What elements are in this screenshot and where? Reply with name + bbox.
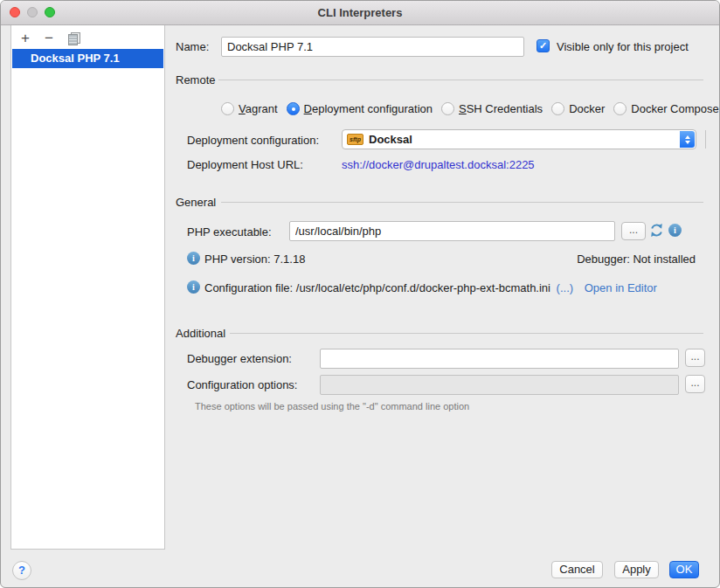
radio-icon	[221, 102, 234, 115]
list-item-docksal-php[interactable]: Docksal PHP 7.1	[12, 49, 163, 68]
deployment-configuration-select[interactable]: sftp Docksal	[342, 129, 696, 149]
duplicate-icon-front	[68, 34, 78, 45]
debugger-status: Debugger: Not installed	[577, 252, 696, 266]
configuration-file-text: Configuration file: /usr/local/etc/php/c…	[204, 281, 550, 294]
radio-icon	[613, 102, 627, 115]
sftp-icon: sftp	[347, 134, 363, 145]
open-in-editor-link[interactable]: Open in Editor	[585, 281, 657, 294]
php-executable-browse-button[interactable]: ...	[621, 222, 646, 240]
chevron-up-icon	[685, 135, 690, 139]
php-version-text: PHP version: 7.1.18	[204, 252, 305, 266]
configuration-options-input[interactable]	[320, 375, 679, 395]
ok-button[interactable]: OK	[669, 561, 699, 578]
close-button[interactable]	[10, 7, 20, 17]
remote-section-title: Remote	[176, 73, 216, 86]
divider	[705, 130, 706, 149]
configuration-options-browse-button[interactable]: ...	[685, 375, 705, 393]
chevron-down-icon	[685, 141, 690, 144]
reload-icon[interactable]	[649, 223, 664, 238]
additional-section-title: Additional	[176, 327, 225, 340]
deployment-configuration-label: Deployment configuration:	[187, 134, 319, 147]
radio-deployment-configuration[interactable]: Deployment configuration	[287, 102, 433, 115]
configuration-options-label: Configuration options:	[187, 378, 297, 391]
deployment-host-url-value: ssh://docker@drupaltest.docksal:2225	[342, 158, 535, 171]
zoom-button[interactable]	[45, 7, 55, 17]
remove-icon[interactable]: −	[41, 31, 57, 46]
remote-section-divider	[218, 80, 703, 80]
apply-button[interactable]: Apply	[614, 561, 659, 578]
additional-section-divider	[230, 333, 703, 334]
radio-icon	[287, 102, 300, 115]
radio-ssh-credentials[interactable]: SSH Credentials	[441, 102, 543, 115]
cancel-button[interactable]: Cancel	[551, 561, 603, 578]
radio-docker-compose[interactable]: Docker Compose	[613, 102, 718, 115]
info-icon[interactable]: i	[668, 224, 682, 237]
deployment-host-url-label: Deployment Host URL:	[187, 158, 303, 171]
deployment-configuration-value: Docksal	[369, 133, 412, 146]
php-executable-label: PHP executable:	[187, 225, 272, 239]
visible-only-label: Visible only for this project	[557, 40, 689, 53]
debugger-extension-browse-button[interactable]: ...	[685, 349, 705, 367]
window-title: CLI Interpreters	[1, 1, 719, 24]
interpreter-list-panel: + − Docksal PHP 7.1	[10, 25, 165, 550]
configuration-file-row: Configuration file: /usr/local/etc/php/c…	[204, 281, 657, 294]
debugger-extension-label: Debugger extension:	[187, 352, 292, 365]
duplicate-icon[interactable]	[68, 32, 80, 45]
titlebar: CLI Interpreters	[1, 1, 719, 25]
minimize-button	[27, 7, 38, 17]
info-icon: i	[187, 280, 200, 294]
general-section-divider	[221, 202, 703, 203]
name-input[interactable]	[221, 37, 524, 57]
name-label: Name:	[176, 40, 209, 53]
radio-icon	[441, 102, 454, 115]
radio-vagrant[interactable]: Vagrant	[221, 102, 278, 115]
help-button[interactable]: ?	[12, 561, 31, 580]
general-section-title: General	[176, 196, 216, 209]
cli-interpreters-dialog: CLI Interpreters + − Docksal PHP 7.1 Nam…	[0, 0, 720, 588]
options-hint-text: These options will be passed using the "…	[195, 401, 469, 412]
visible-only-checkbox[interactable]	[537, 39, 550, 52]
configuration-file-expand-link[interactable]: (...)	[557, 281, 574, 294]
remote-type-radio-group: Vagrant Deployment configuration SSH Cre…	[221, 100, 719, 116]
radio-docker[interactable]: Docker	[551, 102, 605, 115]
list-toolbar: + −	[11, 25, 164, 49]
debugger-extension-input[interactable]	[320, 349, 679, 369]
info-icon: i	[187, 252, 200, 265]
radio-icon	[551, 102, 564, 115]
dropdown-stepper-icon[interactable]	[680, 131, 695, 148]
php-executable-input[interactable]	[289, 221, 615, 241]
add-icon[interactable]: +	[17, 31, 33, 46]
